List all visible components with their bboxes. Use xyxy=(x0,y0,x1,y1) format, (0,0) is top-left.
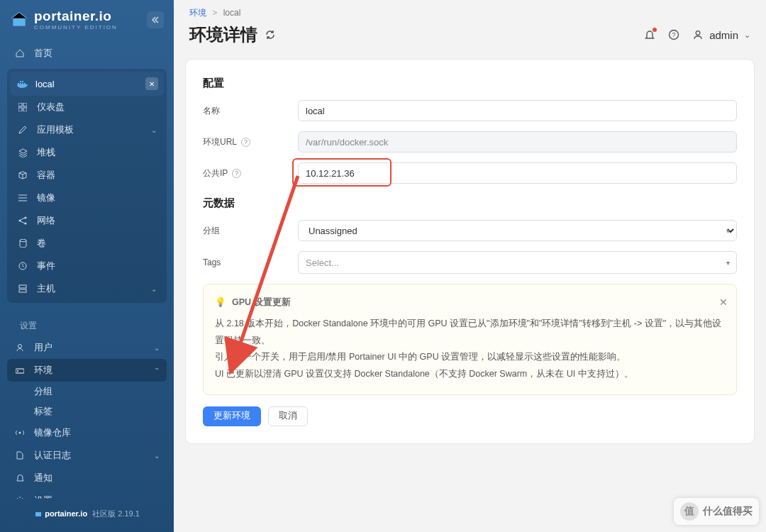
svg-rect-9 xyxy=(19,285,26,288)
info-close-button[interactable]: ✕ xyxy=(719,293,728,312)
box-icon xyxy=(17,171,28,179)
brand-edition: COMMUNITY EDITION xyxy=(34,24,118,31)
edit-icon xyxy=(17,126,28,134)
sidebar-item-templates[interactable]: 应用模板⌄ xyxy=(10,118,164,141)
sidebar-collapse-button[interactable] xyxy=(147,11,164,28)
watermark: 值 什么值得买 xyxy=(674,498,759,525)
chevron-down-icon: ⌄ xyxy=(154,344,160,352)
breadcrumb-current: local xyxy=(223,8,241,18)
refresh-button[interactable] xyxy=(265,29,276,40)
database-icon xyxy=(17,239,28,248)
chevron-up-icon: ⌃ xyxy=(154,367,160,375)
sidebar-sub-groups[interactable]: 分组 xyxy=(7,382,167,401)
sidebar-item-label: 卷 xyxy=(37,237,46,250)
url-label: 环境URL xyxy=(203,136,237,148)
sidebar-item-settings[interactable]: 设置⌄ xyxy=(7,489,167,499)
sidebar-item-containers[interactable]: 容器 xyxy=(10,164,164,187)
help-button[interactable]: ? xyxy=(668,29,679,40)
lightbulb-icon: 💡 xyxy=(215,294,226,311)
sidebar-item-stacks[interactable]: 堆栈 xyxy=(10,141,164,164)
url-input xyxy=(298,131,737,153)
chevron-down-icon: ⌄ xyxy=(154,452,160,460)
breadcrumb-root[interactable]: 环境 xyxy=(189,8,206,18)
sidebar-item-notifications[interactable]: 通知 xyxy=(7,467,167,489)
file-icon xyxy=(14,451,26,460)
sidebar-item-registries[interactable]: 镜像仓库 xyxy=(7,421,167,444)
radio-icon xyxy=(14,429,26,436)
help-icon[interactable]: ? xyxy=(241,138,250,147)
name-input[interactable] xyxy=(298,100,737,121)
hdd-icon xyxy=(14,367,26,374)
gpu-info-box: ✕ 💡GPU 设置更新 从 2.18 版本开始，Docker Standalon… xyxy=(203,284,737,395)
env-close-button[interactable]: ✕ xyxy=(145,77,158,90)
section-config-heading: 配置 xyxy=(203,77,737,90)
sidebar-item-networks[interactable]: 网络 xyxy=(10,209,164,232)
sidebar-item-images[interactable]: 镜像 xyxy=(10,187,164,209)
svg-point-19 xyxy=(696,31,700,35)
sidebar-item-label: 环境 xyxy=(34,364,52,377)
user-name: admin xyxy=(709,29,738,41)
chevron-down-icon: ⌄ xyxy=(151,126,157,134)
svg-rect-16 xyxy=(35,512,41,516)
clock-icon xyxy=(17,262,28,270)
logo-row: portainer.io COMMUNITY EDITION xyxy=(0,0,174,36)
sidebar-item-label: 事件 xyxy=(37,260,55,272)
sidebar-item-label: 堆栈 xyxy=(37,146,55,159)
layers-icon xyxy=(17,148,28,157)
sidebar: portainer.io COMMUNITY EDITION 首页 local … xyxy=(0,0,174,532)
logo-small-icon xyxy=(34,509,43,518)
chevron-down-icon: ⌄ xyxy=(154,497,160,499)
chevron-down-icon: ⌄ xyxy=(744,31,750,40)
ip-label: 公共IP xyxy=(203,167,228,179)
save-button[interactable]: 更新环境 xyxy=(203,406,261,426)
sidebar-item-label: 首页 xyxy=(34,47,52,60)
tags-select[interactable]: Select... xyxy=(298,251,737,274)
svg-rect-3 xyxy=(23,108,27,111)
sidebar-item-label: 标签 xyxy=(34,405,52,418)
sidebar-sub-tags[interactable]: 标签 xyxy=(7,401,167,421)
sidebar-item-authlogs[interactable]: 认证日志⌄ xyxy=(7,444,167,467)
svg-rect-2 xyxy=(18,108,22,111)
watermark-text: 什么值得买 xyxy=(703,505,753,518)
user-menu[interactable]: admin ⌄ xyxy=(692,29,750,41)
sidebar-item-label: 主机 xyxy=(37,282,55,295)
env-selector[interactable]: local ✕ xyxy=(10,72,164,96)
sidebar-item-label: 用户 xyxy=(34,341,52,354)
group-select[interactable]: Unassigned xyxy=(298,220,737,241)
breadcrumb: 环境 > local xyxy=(189,7,750,19)
sidebar-item-label: 镜像 xyxy=(37,192,55,204)
notifications-button[interactable] xyxy=(644,29,655,40)
info-line: 引入了一个开关，用于启用/禁用 Portainer UI 中的 GPU 设置管理… xyxy=(215,349,725,366)
svg-rect-0 xyxy=(18,103,22,106)
sidebar-item-label: 容器 xyxy=(37,169,55,182)
sidebar-item-label: 通知 xyxy=(34,472,52,484)
public-ip-input[interactable] xyxy=(298,162,737,184)
chevron-double-left-icon xyxy=(151,16,160,24)
tags-label: Tags xyxy=(203,257,298,267)
sidebar-item-environments[interactable]: 环境⌃ xyxy=(7,359,167,382)
bell-icon xyxy=(14,474,26,482)
page-title: 环境详情 xyxy=(189,23,257,46)
share-icon xyxy=(17,216,28,225)
watermark-icon: 值 xyxy=(680,502,699,521)
sidebar-item-label: 认证日志 xyxy=(34,449,71,462)
sidebar-item-users[interactable]: 用户⌄ xyxy=(7,336,167,359)
sidebar-item-host[interactable]: 主机⌄ xyxy=(10,277,164,300)
sidebar-item-label: 镜像仓库 xyxy=(34,426,71,439)
cancel-button[interactable]: 取消 xyxy=(268,406,308,426)
sidebar-item-volumes[interactable]: 卷 xyxy=(10,232,164,255)
user-icon xyxy=(692,29,704,40)
group-label: 分组 xyxy=(203,225,298,237)
sidebar-item-events[interactable]: 事件 xyxy=(10,255,164,277)
footer-version: portainer.io 社区版 2.19.1 xyxy=(0,499,174,532)
chevron-down-icon: ⌄ xyxy=(151,285,157,293)
name-label: 名称 xyxy=(203,105,298,117)
svg-point-13 xyxy=(17,370,18,372)
sidebar-item-label: 分组 xyxy=(34,385,52,398)
sidebar-item-home[interactable]: 首页 xyxy=(7,42,167,65)
sidebar-item-label: 仪表盘 xyxy=(37,101,65,113)
home-icon xyxy=(14,48,26,58)
svg-point-14 xyxy=(19,432,21,434)
sidebar-item-dashboard[interactable]: 仪表盘 xyxy=(10,96,164,118)
help-icon[interactable]: ? xyxy=(232,169,241,178)
